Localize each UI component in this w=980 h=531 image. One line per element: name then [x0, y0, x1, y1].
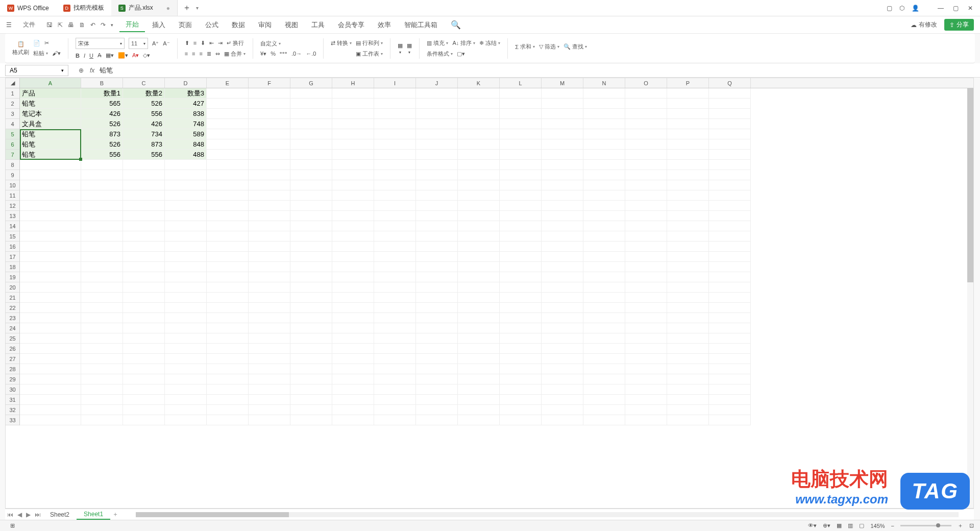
cell-K13[interactable]: [458, 211, 500, 221]
maximize-button[interactable]: ▢: [953, 5, 959, 12]
cell-L14[interactable]: [500, 221, 542, 231]
cell-C1[interactable]: 数量2: [123, 88, 165, 99]
cell-L19[interactable]: [500, 272, 542, 282]
column-header-H[interactable]: H: [332, 78, 374, 88]
cell-H17[interactable]: [332, 252, 374, 262]
cell-E27[interactable]: [207, 354, 249, 364]
cell-G18[interactable]: [290, 262, 332, 272]
fill-button[interactable]: ▥ 填充: [427, 39, 448, 47]
cell-G6[interactable]: [290, 139, 332, 150]
cell-H15[interactable]: [332, 231, 374, 242]
dec-decimal-icon[interactable]: ←.0: [306, 51, 316, 57]
cell-F11[interactable]: [249, 190, 290, 201]
cell-B28[interactable]: [81, 364, 123, 374]
cell-N22[interactable]: [583, 303, 625, 313]
template-tab[interactable]: D 找稻壳模板: [56, 0, 111, 16]
cell-Q9[interactable]: [709, 170, 751, 180]
row-header-28[interactable]: 28: [6, 364, 19, 374]
cell-N7[interactable]: [583, 150, 625, 160]
cell-Q19[interactable]: [709, 272, 751, 282]
cell-C16[interactable]: [123, 242, 165, 252]
row-header-33[interactable]: 33: [6, 415, 19, 425]
cell-J26[interactable]: [416, 344, 458, 354]
cell-J1[interactable]: [416, 88, 458, 99]
cell-B21[interactable]: [81, 293, 123, 303]
cell-J16[interactable]: [416, 242, 458, 252]
cell-O7[interactable]: [625, 150, 667, 160]
cell-A21[interactable]: [20, 293, 81, 303]
cell-H29[interactable]: [332, 374, 374, 384]
column-header-E[interactable]: E: [207, 78, 249, 88]
cell-A15[interactable]: [20, 231, 81, 242]
menu-formula[interactable]: 公式: [199, 18, 225, 32]
cell-P18[interactable]: [667, 262, 709, 272]
cell-K2[interactable]: [458, 99, 500, 109]
cell-E17[interactable]: [207, 252, 249, 262]
cell-O21[interactable]: [625, 293, 667, 303]
cell-K1[interactable]: [458, 88, 500, 99]
increase-font-icon[interactable]: A⁺: [152, 40, 159, 47]
cell-F27[interactable]: [249, 354, 290, 364]
cell-H26[interactable]: [332, 344, 374, 354]
cell-J17[interactable]: [416, 252, 458, 262]
cell-N33[interactable]: [583, 415, 625, 425]
cell-I11[interactable]: [374, 190, 416, 201]
cell-K3[interactable]: [458, 109, 500, 119]
cell-P20[interactable]: [667, 282, 709, 293]
cell-A19[interactable]: [20, 272, 81, 282]
preview-icon[interactable]: 🗎: [79, 21, 85, 29]
row-header-25[interactable]: 25: [6, 333, 19, 344]
cell-E33[interactable]: [207, 415, 249, 425]
cell-O14[interactable]: [625, 221, 667, 231]
cell-D21[interactable]: [165, 293, 207, 303]
cell-H14[interactable]: [332, 221, 374, 231]
sort-button[interactable]: A↓ 排序: [452, 39, 475, 47]
cell-A20[interactable]: [20, 282, 81, 293]
cell-B32[interactable]: [81, 405, 123, 415]
cell-J20[interactable]: [416, 282, 458, 293]
cell-H28[interactable]: [332, 364, 374, 374]
cell-B2[interactable]: 565: [81, 99, 123, 109]
tab-close-icon[interactable]: ●: [166, 5, 170, 12]
cell-L25[interactable]: [500, 333, 542, 344]
inc-decimal-icon[interactable]: .0→: [291, 51, 302, 57]
cell-A31[interactable]: [20, 395, 81, 405]
cell-B8[interactable]: [81, 160, 123, 170]
cell-E14[interactable]: [207, 221, 249, 231]
cell-B17[interactable]: [81, 252, 123, 262]
cell-H12[interactable]: [332, 201, 374, 211]
cell-H2[interactable]: [332, 99, 374, 109]
cell-J6[interactable]: [416, 139, 458, 150]
sum-button[interactable]: Σ 求和: [515, 43, 535, 51]
cell-G9[interactable]: [290, 170, 332, 180]
cell-G12[interactable]: [290, 201, 332, 211]
cell-B3[interactable]: 426: [81, 109, 123, 119]
vertical-scrollbar[interactable]: [967, 88, 973, 508]
cell-D8[interactable]: [165, 160, 207, 170]
cell-A9[interactable]: [20, 170, 81, 180]
cell-K22[interactable]: [458, 303, 500, 313]
row-header-6[interactable]: 6: [6, 139, 19, 150]
cell-J15[interactable]: [416, 231, 458, 242]
cell-M6[interactable]: [542, 139, 583, 150]
cell-L8[interactable]: [500, 160, 542, 170]
cell-L18[interactable]: [500, 262, 542, 272]
cell-C2[interactable]: 526: [123, 99, 165, 109]
cell-C17[interactable]: [123, 252, 165, 262]
comma-icon[interactable]: ᵒᵒᵒ: [280, 51, 287, 57]
cell-A28[interactable]: [20, 364, 81, 374]
cell-G26[interactable]: [290, 344, 332, 354]
cell-P2[interactable]: [667, 99, 709, 109]
cell-A4[interactable]: 文具盒: [20, 119, 81, 129]
formula-input[interactable]: 铅笔: [94, 66, 980, 75]
cell-M9[interactable]: [542, 170, 583, 180]
cell-K9[interactable]: [458, 170, 500, 180]
menu-insert[interactable]: 插入: [146, 18, 172, 32]
row-header-17[interactable]: 17: [6, 252, 19, 262]
cell-O27[interactable]: [625, 354, 667, 364]
row-header-11[interactable]: 11: [6, 190, 19, 201]
cell-D1[interactable]: 数量3: [165, 88, 207, 99]
cell-J32[interactable]: [416, 405, 458, 415]
cell-Q29[interactable]: [709, 374, 751, 384]
cell-D22[interactable]: [165, 303, 207, 313]
